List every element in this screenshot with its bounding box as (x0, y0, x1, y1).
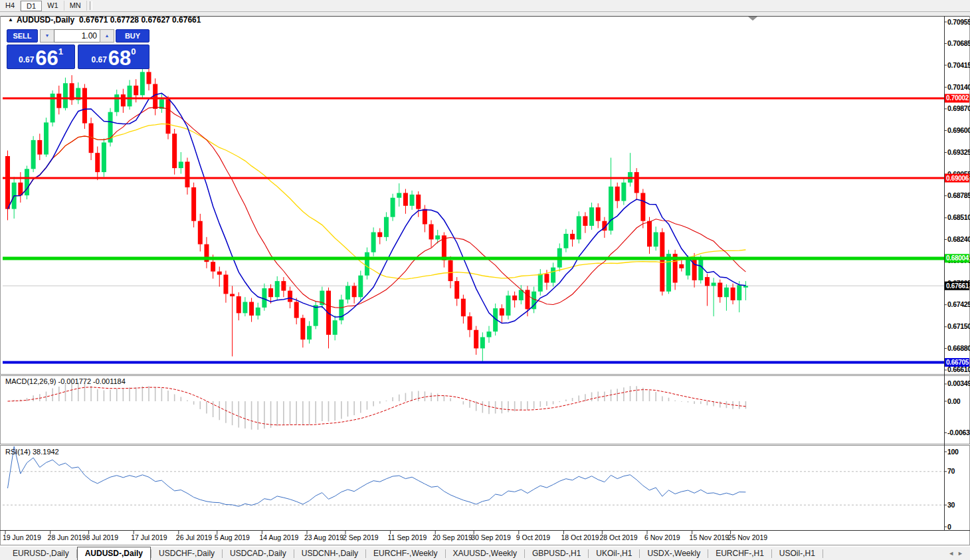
buy-price-sup: 0 (131, 47, 136, 56)
svg-text:0.69325: 0.69325 (947, 148, 970, 156)
price-label-box: 0.69006 (945, 174, 969, 183)
price-label-box: 0.66705 (945, 358, 969, 367)
svg-text:0.68785: 0.68785 (947, 191, 970, 199)
svg-text:0.70415: 0.70415 (947, 61, 970, 69)
price-label-box: 0.67661 (945, 282, 969, 290)
timeframe-button-d1[interactable]: D1 (21, 1, 42, 11)
svg-text:15 Nov 2019: 15 Nov 2019 (690, 533, 729, 541)
svg-text:0.00349: 0.00349 (947, 379, 970, 387)
sell-price-big: 66 (35, 48, 58, 68)
chart-tab-usdcnh-daily[interactable]: USDCNH-,Daily (294, 547, 365, 560)
volume-input[interactable] (54, 29, 100, 43)
chart-tab-gbpusd-h1[interactable]: GBPUSD-,H1 (525, 547, 588, 560)
svg-text:19 Jun 2019: 19 Jun 2019 (3, 533, 41, 541)
timeframe-button-w1[interactable]: W1 (42, 1, 64, 11)
svg-text:0.69870: 0.69870 (947, 104, 970, 112)
svg-text:6 Nov 2019: 6 Nov 2019 (644, 533, 680, 541)
rsi-label: RSI(14) 38.1942 (5, 448, 59, 456)
symbol-ohlc-values: 0.67671 0.67728 0.67627 0.67661 (79, 15, 201, 25)
svg-text:0.67150: 0.67150 (947, 322, 970, 330)
svg-text:0.69006: 0.69006 (946, 175, 969, 182)
svg-text:28 Oct 2019: 28 Oct 2019 (599, 533, 637, 541)
svg-text:0.68004: 0.68004 (946, 254, 969, 262)
svg-text:5 Aug 2019: 5 Aug 2019 (215, 533, 250, 541)
chart-tab-eurchf-h1[interactable]: EURCHF-,H1 (708, 547, 771, 560)
chart-canvas[interactable]: 0.709550.706850.704150.701400.698700.696… (0, 0, 970, 560)
symbol-name: AUDUSD-,Daily (17, 15, 74, 25)
svg-text:0.66705: 0.66705 (946, 359, 969, 366)
sell-price-sup: 1 (58, 47, 63, 56)
rsi-title: RSI(14) (5, 448, 31, 456)
tab-scroll-left-icon[interactable]: ◄ (948, 550, 957, 557)
svg-text:18 Oct 2019: 18 Oct 2019 (561, 533, 599, 541)
chart-tab-eurusd-daily[interactable]: EURUSD-,Daily (5, 547, 76, 560)
trading-terminal: H4D1W1MN 0.709550.706850.704150.701400.6… (0, 0, 970, 560)
tab-separator (823, 549, 823, 558)
buy-price-prefix: 0.67 (91, 55, 106, 64)
volume-decrease-button[interactable]: ▼ (40, 29, 54, 43)
buy-price-box[interactable]: 0.67 68 0 (78, 45, 149, 69)
price-label-box: 0.68004 (945, 254, 969, 262)
svg-text:0.67425: 0.67425 (947, 300, 970, 308)
svg-text:0.67661: 0.67661 (946, 282, 969, 290)
svg-text:-0.00637: -0.00637 (947, 428, 970, 436)
chevron-up-icon: ▲ (105, 33, 110, 38)
buy-button[interactable]: BUY (116, 29, 149, 43)
svg-text:25 Nov 2019: 25 Nov 2019 (728, 533, 768, 541)
toolbar-separator (90, 1, 92, 10)
volume-increase-button[interactable]: ▲ (100, 29, 114, 43)
price-label-box: 0.70002 (945, 94, 969, 102)
chevron-down-icon: ▼ (45, 33, 50, 38)
svg-text:9 Oct 2019: 9 Oct 2019 (516, 533, 551, 541)
tab-scroll-right-icon[interactable]: ► (957, 550, 967, 557)
chart-tab-usdcad-daily[interactable]: USDCAD-,Daily (223, 547, 294, 560)
svg-text:0: 0 (947, 523, 951, 531)
rsi-value: 38.1942 (33, 448, 59, 456)
chart-tab-usdx-weekly[interactable]: USDX-,Weekly (640, 547, 708, 560)
svg-text:8 Jul 2019: 8 Jul 2019 (86, 533, 119, 541)
sell-price-box[interactable]: 0.67 66 1 (7, 45, 75, 69)
svg-text:20 Sep 2019: 20 Sep 2019 (433, 533, 472, 541)
svg-text:30 Sep 2019: 30 Sep 2019 (471, 533, 511, 541)
svg-text:17 Jul 2019: 17 Jul 2019 (131, 533, 167, 541)
collapse-panel-icon[interactable]: ▲ (8, 17, 13, 23)
chart-tab-usdchf-daily[interactable]: USDCHF-,Daily (151, 547, 222, 560)
timeframe-toolbar: H4D1W1MN (0, 0, 970, 12)
svg-text:0.66880: 0.66880 (947, 344, 970, 352)
svg-text:70: 70 (947, 467, 955, 475)
chart-tabs-bar: EURUSD-,DailyAUDUSD-,DailyUSDCHF-,DailyU… (0, 546, 970, 560)
svg-text:0.70685: 0.70685 (947, 39, 970, 47)
one-click-trading-panel: SELL ▼ ▲ BUY 0.67 66 1 0.67 68 0 (7, 29, 149, 69)
symbol-header: ▲AUDUSD-,Daily 0.67671 0.67728 0.67627 0… (8, 15, 201, 25)
chart-tab-ukoil-h1[interactable]: UKOil-,H1 (589, 547, 639, 560)
svg-text:100: 100 (947, 448, 959, 456)
timeframe-button-mn[interactable]: MN (64, 1, 87, 11)
svg-text:0.70140: 0.70140 (947, 83, 970, 91)
macd-title: MACD(12,26,9) (5, 377, 56, 385)
chart-tab-eurchf-weekly[interactable]: EURCHF-,Weekly (366, 547, 444, 560)
sell-price-prefix: 0.67 (19, 55, 34, 64)
buy-price-big: 68 (108, 48, 131, 68)
svg-text:2 Sep 2019: 2 Sep 2019 (343, 533, 379, 541)
svg-text:0.66610: 0.66610 (947, 365, 970, 373)
macd-values: -0.001772 -0.001184 (58, 377, 125, 385)
svg-text:0.70002: 0.70002 (946, 94, 969, 102)
svg-text:26 Jul 2019: 26 Jul 2019 (176, 533, 212, 541)
svg-text:28 Jun 2019: 28 Jun 2019 (48, 533, 86, 541)
sell-button[interactable]: SELL (7, 29, 38, 43)
svg-text:0.68510: 0.68510 (947, 213, 970, 221)
svg-text:0.70955: 0.70955 (947, 18, 970, 26)
svg-text:0.68240: 0.68240 (947, 235, 970, 243)
svg-text:14 Aug 2019: 14 Aug 2019 (259, 533, 298, 541)
svg-text:23 Aug 2019: 23 Aug 2019 (304, 533, 343, 541)
svg-text:11 Sep 2019: 11 Sep 2019 (388, 533, 427, 541)
chart-tab-audusd-daily[interactable]: AUDUSD-,Daily (77, 547, 151, 560)
svg-text:30: 30 (947, 501, 955, 509)
svg-text:0.00: 0.00 (947, 397, 961, 405)
timeframe-button-h4[interactable]: H4 (0, 1, 21, 11)
chart-tab-xauusd-weekly[interactable]: XAUUSD-,Weekly (446, 547, 524, 560)
chart-tab-usoil-h1[interactable]: USOil-,H1 (772, 547, 823, 560)
macd-label: MACD(12,26,9) -0.001772 -0.001184 (5, 377, 126, 385)
svg-text:0.69600: 0.69600 (947, 126, 970, 134)
tab-nav-arrows[interactable]: ◄► (948, 550, 967, 557)
